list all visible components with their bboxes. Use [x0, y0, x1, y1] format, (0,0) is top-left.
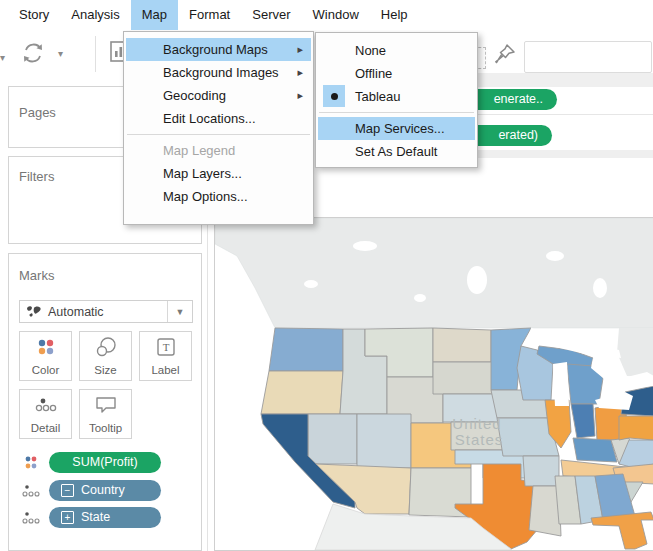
toolbar-divider — [95, 36, 96, 72]
marks-pill-row: − Country — [21, 480, 161, 501]
menu-item-map-legend: Map Legend — [126, 139, 311, 162]
menu-item-label: None — [355, 43, 386, 58]
mark-type-dropdown[interactable]: Automatic ▼ — [19, 300, 193, 323]
detail-button[interactable]: Detail — [19, 389, 72, 439]
marks-card: Marks Automatic ▼ Color — [8, 253, 202, 551]
submenu-item-offline[interactable]: Offline — [318, 62, 475, 85]
menu-item-label: Map Legend — [163, 143, 235, 158]
menu-item-label: Map Services... — [355, 121, 445, 136]
menu-item-edit-locations[interactable]: Edit Locations... — [126, 107, 311, 130]
menu-item-label: Set As Default — [355, 144, 437, 159]
menu-item-label: Tableau — [355, 89, 401, 104]
marks-pill-row: SUM(Profit) — [21, 452, 161, 473]
state-ND — [433, 328, 491, 362]
background-maps-submenu: None Offline Tableau Map Services... Set… — [315, 32, 478, 168]
menu-help[interactable]: Help — [370, 0, 419, 30]
pill-label: SUM(Profit) — [72, 452, 137, 473]
state-UT — [357, 414, 411, 468]
tooltip-icon — [94, 390, 118, 420]
menu-item-label: Map Options... — [163, 189, 248, 204]
submenu-arrow-icon: ▸ — [297, 61, 303, 84]
us-map: United States — [215, 218, 653, 550]
menu-item-map-options[interactable]: Map Options... — [126, 185, 311, 208]
chevron-down-icon[interactable]: ▾ — [58, 48, 63, 59]
marks-pill-row: + State — [21, 507, 161, 528]
collapse-icon[interactable]: − — [61, 484, 74, 497]
detail-dots-icon — [21, 483, 41, 499]
menu-item-label: Offline — [355, 66, 392, 81]
refresh-icon[interactable] — [20, 40, 46, 66]
detail-dots-icon — [21, 510, 41, 526]
size-button[interactable]: Size — [79, 331, 132, 381]
canada — [215, 218, 653, 328]
pin-icon[interactable] — [492, 42, 518, 68]
detail-button-label: Detail — [31, 422, 60, 434]
menu-map[interactable]: Map — [131, 0, 178, 30]
pill-label: State — [81, 507, 110, 528]
submenu-arrow-icon: ▸ — [297, 38, 303, 61]
toolbar-empty-box[interactable] — [524, 41, 652, 73]
svg-text:T: T — [162, 341, 169, 353]
tooltip-button[interactable]: Tooltip — [79, 389, 132, 439]
tooltip-button-label: Tooltip — [89, 422, 122, 434]
pill-label: Country — [81, 480, 125, 501]
mark-type-value: Automatic — [48, 305, 104, 319]
menu-item-background-maps[interactable]: Background Maps ▸ — [126, 38, 311, 61]
menu-analysis[interactable]: Analysis — [60, 0, 130, 30]
submenu-item-set-as-default[interactable]: Set As Default — [318, 140, 475, 163]
label-icon: T — [155, 332, 177, 362]
expand-icon[interactable]: + — [61, 511, 74, 524]
map-menu: Background Maps ▸ Background Images ▸ Ge… — [123, 31, 314, 225]
submenu-item-tableau[interactable]: Tableau — [318, 85, 475, 108]
color-icon — [35, 332, 57, 362]
pill-country[interactable]: − Country — [49, 480, 161, 501]
menu-item-label: Background Maps — [163, 42, 268, 57]
menu-separator — [127, 134, 310, 135]
state-NV — [308, 414, 357, 464]
pages-label: Pages — [19, 105, 56, 120]
label-button-label: Label — [151, 364, 179, 376]
detail-icon — [34, 390, 58, 420]
state-WA — [269, 328, 343, 371]
label-button[interactable]: T Label — [139, 331, 192, 381]
chevron-down-icon[interactable]: ▾ — [0, 52, 5, 63]
menu-format[interactable]: Format — [178, 0, 241, 30]
size-icon — [94, 332, 118, 362]
menubar: Story Analysis Map Format Server Window … — [0, 0, 653, 30]
chevron-down-icon[interactable]: ▼ — [167, 301, 192, 322]
state-AR — [523, 456, 559, 486]
pill-sum-profit[interactable]: SUM(Profit) — [49, 452, 161, 473]
menu-item-label: Geocoding — [163, 88, 226, 103]
submenu-item-none[interactable]: None — [318, 39, 475, 62]
menu-item-label: Map Layers... — [163, 166, 242, 181]
menu-item-geocoding[interactable]: Geocoding ▸ — [126, 84, 311, 107]
marks-label: Marks — [19, 268, 54, 283]
pill-state[interactable]: + State — [49, 507, 161, 528]
menu-item-background-images[interactable]: Background Images ▸ — [126, 61, 311, 84]
state-OR — [261, 371, 343, 414]
map-country-label: United — [452, 415, 501, 432]
menu-item-map-layers[interactable]: Map Layers... — [126, 162, 311, 185]
color-button[interactable]: Color — [19, 331, 72, 381]
menu-item-label: Background Images — [163, 65, 279, 80]
radio-selected-icon — [323, 85, 345, 107]
submenu-item-map-services[interactable]: Map Services... — [318, 117, 475, 140]
state-SD — [433, 362, 493, 394]
state-KY — [573, 438, 617, 462]
menu-server[interactable]: Server — [241, 0, 301, 30]
map-country-label: States — [455, 431, 504, 448]
menu-separator — [319, 112, 474, 113]
menu-story[interactable]: Story — [8, 0, 60, 30]
color-button-label: Color — [32, 364, 59, 376]
submenu-arrow-icon: ▸ — [297, 84, 303, 107]
map-icon — [26, 305, 42, 318]
filters-label: Filters — [19, 169, 54, 184]
map-view[interactable]: United States — [214, 217, 653, 551]
color-dots-icon — [21, 455, 41, 471]
menu-window[interactable]: Window — [302, 0, 370, 30]
menu-item-label: Edit Locations... — [163, 111, 256, 126]
state-PA — [619, 416, 653, 440]
size-button-label: Size — [94, 364, 116, 376]
tableau-window: Story Analysis Map Format Server Window … — [0, 0, 653, 551]
